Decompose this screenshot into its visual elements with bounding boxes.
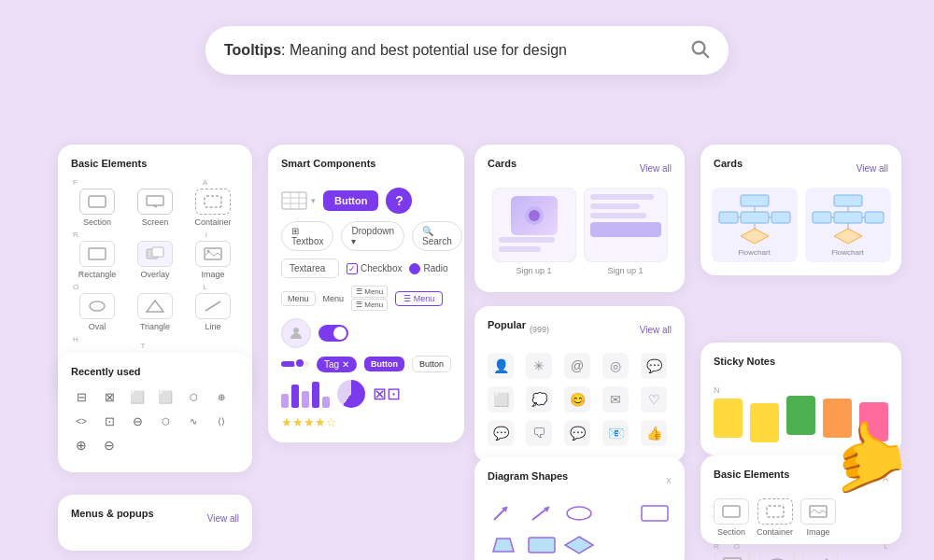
- ru-icon-1[interactable]: ⊟: [71, 386, 92, 407]
- be-right-section[interactable]: Section: [714, 498, 749, 537]
- pop-icon-chat2[interactable]: ⬜: [488, 386, 514, 413]
- cards-center-title: Cards: [488, 158, 517, 169]
- sc-toggle[interactable]: [318, 325, 348, 342]
- cards-right-panel: Cards View all Flowchart: [700, 145, 901, 275]
- diag-trapezoid[interactable]: [488, 532, 519, 558]
- ru-icon-11[interactable]: ∿: [183, 411, 204, 431]
- svg-rect-3: [147, 196, 163, 205]
- flowchart-item-2[interactable]: Flowchart: [805, 188, 891, 262]
- cards-right-view-all[interactable]: View all: [856, 163, 888, 174]
- ru-icon-5[interactable]: ⬡: [183, 386, 204, 407]
- diag-rect[interactable]: [639, 500, 671, 526]
- ru-icon-6[interactable]: ⊕: [211, 386, 232, 407]
- diag-oval[interactable]: [563, 500, 595, 526]
- sc-menu-5[interactable]: ☰ Menu: [395, 291, 443, 306]
- search-icon[interactable]: [689, 38, 710, 63]
- section-item[interactable]: Section: [71, 189, 123, 227]
- ru-icon-10[interactable]: ⬡: [155, 411, 176, 431]
- ru-icon-4[interactable]: ⬜: [155, 386, 176, 407]
- be-right-image[interactable]: Image: [800, 498, 836, 537]
- sticky-note-yellow2[interactable]: [750, 403, 779, 442]
- pop-icon-msg[interactable]: ✉: [602, 386, 629, 413]
- sc-menu-group[interactable]: ☰ Menu ☰ Menu: [351, 286, 388, 311]
- pop-icon-chat6[interactable]: 💬: [564, 420, 590, 446]
- be-right-line[interactable]: Line: [802, 551, 838, 560]
- ru-icon-8[interactable]: ⊡: [99, 411, 120, 431]
- sc-menu-4[interactable]: ☰ Menu: [351, 299, 388, 311]
- pop-icon-chat3[interactable]: 💭: [526, 386, 552, 413]
- be-right-rect[interactable]: Rectangle: [714, 551, 752, 560]
- pop-icon-chat[interactable]: 💬: [641, 353, 667, 379]
- pop-icon-radio[interactable]: ◎: [602, 353, 629, 379]
- sticky-note-yellow[interactable]: [714, 399, 743, 438]
- ru-icon-9[interactable]: ⊖: [127, 411, 148, 431]
- svg-point-25: [567, 507, 591, 520]
- triangle-item[interactable]: Triangle: [129, 293, 181, 331]
- sc-button-small-1[interactable]: Button: [364, 357, 404, 371]
- sc-question-circle[interactable]: ?: [386, 188, 412, 214]
- sticky-note-green[interactable]: [786, 396, 815, 435]
- be-right-oval[interactable]: Oval: [759, 551, 795, 560]
- letter-l: L: [204, 283, 207, 291]
- overlay-item[interactable]: Overlay: [129, 241, 181, 279]
- sc-textarea[interactable]: Textarea: [281, 259, 339, 278]
- search-bar[interactable]: Tooltips: Meaning and best potential use…: [205, 26, 729, 75]
- diag-rect2[interactable]: [526, 532, 558, 558]
- sc-menu-1[interactable]: Menu: [281, 291, 316, 306]
- sticky-title: Sticky Notes: [714, 356, 775, 367]
- sc-menu-2[interactable]: Menu: [323, 294, 345, 303]
- rectangle-item[interactable]: Rectangle: [71, 241, 123, 279]
- screen-item[interactable]: Screen: [129, 189, 181, 227]
- oval-item[interactable]: Oval: [71, 293, 123, 331]
- ru-icon-13[interactable]: ⊕: [71, 435, 92, 455]
- sc-checkbox-wrap[interactable]: ✓ Checkbox: [347, 263, 402, 274]
- ru-icon-14[interactable]: ⊖: [99, 435, 120, 455]
- sc-button[interactable]: Button: [323, 190, 378, 211]
- ru-icon-2[interactable]: ⊠: [99, 386, 120, 407]
- pop-icon-asterisk[interactable]: ✳: [526, 353, 552, 379]
- popular-view-all[interactable]: View all: [640, 325, 672, 335]
- sc-radio-wrap[interactable]: Radio: [409, 263, 447, 274]
- sc-textbox[interactable]: ⊞ Textbox: [281, 221, 333, 251]
- pop-icon-thumb[interactable]: 👍: [641, 420, 667, 446]
- smart-components-panel: Smart Components ▾ Button ? ⊞ Textbox Dr…: [268, 145, 464, 442]
- container-item[interactable]: Container: [187, 189, 239, 227]
- svg-point-19: [293, 328, 299, 333]
- pop-icon-person[interactable]: 👤: [488, 353, 514, 379]
- card-item-2[interactable]: Sign up 1: [584, 188, 668, 275]
- flowchart-item-1[interactable]: Flowchart: [712, 188, 798, 262]
- sc-button-small-2[interactable]: Button: [412, 356, 451, 372]
- sc-slider[interactable]: [281, 361, 309, 367]
- image-item[interactable]: Image: [187, 241, 239, 279]
- sc-menu-3[interactable]: ☰ Menu: [351, 286, 388, 298]
- cards-center-view-all[interactable]: View all: [640, 163, 672, 174]
- sc-table-icon[interactable]: [281, 191, 307, 210]
- ru-icon-3[interactable]: ⬜: [127, 386, 148, 407]
- diag-arrow-2[interactable]: [526, 500, 558, 526]
- pop-icon-heart[interactable]: ♡: [641, 386, 667, 413]
- ru-icon-12[interactable]: ⟨⟩: [211, 411, 232, 431]
- line-item[interactable]: Line: [187, 293, 239, 331]
- ru-icon-7[interactable]: <>: [71, 411, 92, 431]
- pop-icon-chat5[interactable]: 🗨: [526, 420, 552, 446]
- svg-marker-27: [493, 539, 514, 552]
- diag-diamond[interactable]: [563, 532, 595, 558]
- sc-search[interactable]: 🔍 Search: [412, 221, 462, 251]
- pop-icon-mail[interactable]: 📧: [602, 420, 629, 446]
- letter-t: T: [140, 342, 145, 350]
- svg-marker-12: [147, 301, 163, 312]
- diag-arrow-1[interactable]: [488, 500, 519, 526]
- pop-icon-smile[interactable]: 😊: [564, 386, 590, 413]
- pop-icon-at[interactable]: @: [564, 353, 590, 379]
- sc-table-dropdown[interactable]: ▾: [311, 196, 316, 205]
- sc-tag[interactable]: Tag ✕: [317, 357, 357, 372]
- sticky-letter: N: [714, 385, 888, 395]
- menus-popups-panel: Menus & popups View all: [58, 495, 252, 551]
- be-right-container[interactable]: Container: [757, 498, 793, 537]
- pop-icon-chat4[interactable]: 💬: [488, 420, 514, 446]
- sc-dropdown[interactable]: Dropdown ▾: [341, 221, 404, 251]
- sc-avatar[interactable]: [281, 318, 311, 348]
- card-item-1[interactable]: Sign up 1: [492, 188, 576, 275]
- menus-view-all[interactable]: View all: [207, 513, 239, 524]
- recently-used-icons-row1: ⊟ ⊠ ⬜ ⬜ ⬡ ⊕: [71, 386, 239, 407]
